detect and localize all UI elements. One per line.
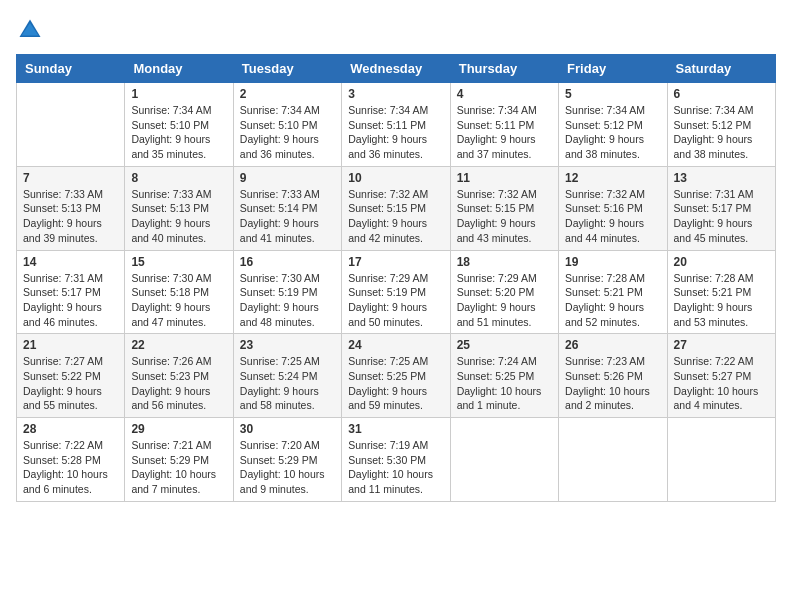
day-number: 18 (457, 255, 552, 269)
day-info: Sunrise: 7:30 AMSunset: 5:18 PMDaylight:… (131, 271, 226, 330)
day-number: 26 (565, 338, 660, 352)
day-number: 12 (565, 171, 660, 185)
day-info: Sunrise: 7:29 AMSunset: 5:20 PMDaylight:… (457, 271, 552, 330)
day-number: 4 (457, 87, 552, 101)
calendar-cell: 11Sunrise: 7:32 AMSunset: 5:15 PMDayligh… (450, 166, 558, 250)
day-number: 11 (457, 171, 552, 185)
calendar-cell: 13Sunrise: 7:31 AMSunset: 5:17 PMDayligh… (667, 166, 775, 250)
day-info: Sunrise: 7:32 AMSunset: 5:15 PMDaylight:… (348, 187, 443, 246)
day-number: 13 (674, 171, 769, 185)
day-number: 27 (674, 338, 769, 352)
day-info: Sunrise: 7:29 AMSunset: 5:19 PMDaylight:… (348, 271, 443, 330)
page-header (16, 16, 776, 44)
calendar-cell (17, 83, 125, 167)
calendar-cell: 8Sunrise: 7:33 AMSunset: 5:13 PMDaylight… (125, 166, 233, 250)
day-header-saturday: Saturday (667, 55, 775, 83)
day-number: 17 (348, 255, 443, 269)
day-number: 1 (131, 87, 226, 101)
calendar-cell: 12Sunrise: 7:32 AMSunset: 5:16 PMDayligh… (559, 166, 667, 250)
calendar-cell: 19Sunrise: 7:28 AMSunset: 5:21 PMDayligh… (559, 250, 667, 334)
day-number: 10 (348, 171, 443, 185)
day-info: Sunrise: 7:24 AMSunset: 5:25 PMDaylight:… (457, 354, 552, 413)
day-info: Sunrise: 7:34 AMSunset: 5:11 PMDaylight:… (348, 103, 443, 162)
day-info: Sunrise: 7:27 AMSunset: 5:22 PMDaylight:… (23, 354, 118, 413)
day-info: Sunrise: 7:28 AMSunset: 5:21 PMDaylight:… (674, 271, 769, 330)
calendar-cell: 25Sunrise: 7:24 AMSunset: 5:25 PMDayligh… (450, 334, 558, 418)
day-info: Sunrise: 7:28 AMSunset: 5:21 PMDaylight:… (565, 271, 660, 330)
day-info: Sunrise: 7:34 AMSunset: 5:10 PMDaylight:… (240, 103, 335, 162)
calendar-cell: 24Sunrise: 7:25 AMSunset: 5:25 PMDayligh… (342, 334, 450, 418)
day-info: Sunrise: 7:34 AMSunset: 5:12 PMDaylight:… (674, 103, 769, 162)
calendar-cell: 21Sunrise: 7:27 AMSunset: 5:22 PMDayligh… (17, 334, 125, 418)
day-number: 5 (565, 87, 660, 101)
day-header-sunday: Sunday (17, 55, 125, 83)
day-info: Sunrise: 7:34 AMSunset: 5:10 PMDaylight:… (131, 103, 226, 162)
calendar-cell: 17Sunrise: 7:29 AMSunset: 5:19 PMDayligh… (342, 250, 450, 334)
calendar-cell: 26Sunrise: 7:23 AMSunset: 5:26 PMDayligh… (559, 334, 667, 418)
day-info: Sunrise: 7:22 AMSunset: 5:28 PMDaylight:… (23, 438, 118, 497)
week-row-5: 28Sunrise: 7:22 AMSunset: 5:28 PMDayligh… (17, 418, 776, 502)
calendar-cell: 9Sunrise: 7:33 AMSunset: 5:14 PMDaylight… (233, 166, 341, 250)
day-number: 28 (23, 422, 118, 436)
day-info: Sunrise: 7:26 AMSunset: 5:23 PMDaylight:… (131, 354, 226, 413)
calendar-header-row: SundayMondayTuesdayWednesdayThursdayFrid… (17, 55, 776, 83)
day-info: Sunrise: 7:30 AMSunset: 5:19 PMDaylight:… (240, 271, 335, 330)
day-number: 3 (348, 87, 443, 101)
calendar-cell: 27Sunrise: 7:22 AMSunset: 5:27 PMDayligh… (667, 334, 775, 418)
calendar: SundayMondayTuesdayWednesdayThursdayFrid… (16, 54, 776, 502)
calendar-cell: 10Sunrise: 7:32 AMSunset: 5:15 PMDayligh… (342, 166, 450, 250)
calendar-cell (667, 418, 775, 502)
day-info: Sunrise: 7:31 AMSunset: 5:17 PMDaylight:… (23, 271, 118, 330)
calendar-cell (559, 418, 667, 502)
day-number: 7 (23, 171, 118, 185)
day-header-friday: Friday (559, 55, 667, 83)
day-header-tuesday: Tuesday (233, 55, 341, 83)
day-info: Sunrise: 7:33 AMSunset: 5:14 PMDaylight:… (240, 187, 335, 246)
day-number: 31 (348, 422, 443, 436)
day-info: Sunrise: 7:32 AMSunset: 5:16 PMDaylight:… (565, 187, 660, 246)
day-info: Sunrise: 7:31 AMSunset: 5:17 PMDaylight:… (674, 187, 769, 246)
week-row-1: 1Sunrise: 7:34 AMSunset: 5:10 PMDaylight… (17, 83, 776, 167)
day-info: Sunrise: 7:34 AMSunset: 5:11 PMDaylight:… (457, 103, 552, 162)
day-number: 24 (348, 338, 443, 352)
day-number: 29 (131, 422, 226, 436)
day-info: Sunrise: 7:32 AMSunset: 5:15 PMDaylight:… (457, 187, 552, 246)
calendar-cell: 1Sunrise: 7:34 AMSunset: 5:10 PMDaylight… (125, 83, 233, 167)
calendar-cell: 7Sunrise: 7:33 AMSunset: 5:13 PMDaylight… (17, 166, 125, 250)
day-number: 25 (457, 338, 552, 352)
week-row-3: 14Sunrise: 7:31 AMSunset: 5:17 PMDayligh… (17, 250, 776, 334)
day-number: 6 (674, 87, 769, 101)
day-number: 15 (131, 255, 226, 269)
calendar-cell (450, 418, 558, 502)
calendar-cell: 15Sunrise: 7:30 AMSunset: 5:18 PMDayligh… (125, 250, 233, 334)
logo (16, 16, 48, 44)
day-number: 19 (565, 255, 660, 269)
day-info: Sunrise: 7:33 AMSunset: 5:13 PMDaylight:… (23, 187, 118, 246)
day-header-wednesday: Wednesday (342, 55, 450, 83)
logo-icon (16, 16, 44, 44)
day-number: 14 (23, 255, 118, 269)
week-row-2: 7Sunrise: 7:33 AMSunset: 5:13 PMDaylight… (17, 166, 776, 250)
day-number: 23 (240, 338, 335, 352)
calendar-cell: 20Sunrise: 7:28 AMSunset: 5:21 PMDayligh… (667, 250, 775, 334)
day-info: Sunrise: 7:23 AMSunset: 5:26 PMDaylight:… (565, 354, 660, 413)
calendar-cell: 22Sunrise: 7:26 AMSunset: 5:23 PMDayligh… (125, 334, 233, 418)
calendar-cell: 2Sunrise: 7:34 AMSunset: 5:10 PMDaylight… (233, 83, 341, 167)
calendar-cell: 28Sunrise: 7:22 AMSunset: 5:28 PMDayligh… (17, 418, 125, 502)
day-number: 9 (240, 171, 335, 185)
day-number: 20 (674, 255, 769, 269)
day-info: Sunrise: 7:34 AMSunset: 5:12 PMDaylight:… (565, 103, 660, 162)
day-number: 21 (23, 338, 118, 352)
calendar-cell: 5Sunrise: 7:34 AMSunset: 5:12 PMDaylight… (559, 83, 667, 167)
calendar-cell: 3Sunrise: 7:34 AMSunset: 5:11 PMDaylight… (342, 83, 450, 167)
day-number: 22 (131, 338, 226, 352)
week-row-4: 21Sunrise: 7:27 AMSunset: 5:22 PMDayligh… (17, 334, 776, 418)
day-number: 16 (240, 255, 335, 269)
day-info: Sunrise: 7:25 AMSunset: 5:25 PMDaylight:… (348, 354, 443, 413)
day-info: Sunrise: 7:19 AMSunset: 5:30 PMDaylight:… (348, 438, 443, 497)
calendar-cell: 16Sunrise: 7:30 AMSunset: 5:19 PMDayligh… (233, 250, 341, 334)
day-info: Sunrise: 7:25 AMSunset: 5:24 PMDaylight:… (240, 354, 335, 413)
day-info: Sunrise: 7:22 AMSunset: 5:27 PMDaylight:… (674, 354, 769, 413)
calendar-cell: 6Sunrise: 7:34 AMSunset: 5:12 PMDaylight… (667, 83, 775, 167)
day-info: Sunrise: 7:20 AMSunset: 5:29 PMDaylight:… (240, 438, 335, 497)
